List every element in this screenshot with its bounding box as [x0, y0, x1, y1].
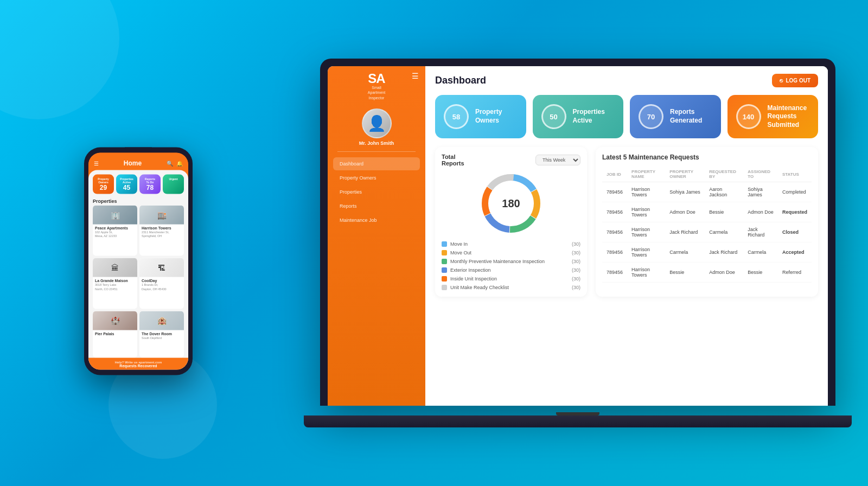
sidebar-hamburger-icon[interactable]: ☰ [412, 72, 419, 80]
legend-label-exterior: Exterior Inspection [450, 267, 569, 273]
phone-prop-peace-name: Peace Apartments [95, 226, 135, 230]
laptop-base [304, 415, 852, 427]
stat-card-maintenance[interactable]: 140 MaintenanceRequestsSubmitted [727, 95, 819, 138]
phone-prop-pier-name: Pier Palais [95, 331, 135, 335]
legend-count-moveout: (30) [572, 250, 580, 255]
phone-prop-lagrande-img: 🏛 [93, 258, 137, 277]
table-row[interactable]: 789456 Harrison Towers Bessie Admon Doe … [602, 263, 812, 283]
phone-card-2-value: 45 [123, 184, 130, 191]
sidebar-logo-sa: SA [368, 72, 385, 85]
phone-prop-peace[interactable]: 🏢 Peace Apartments 102 Apple St,Mesa, AZ… [93, 206, 137, 256]
cell-owner: Bessie [665, 263, 705, 283]
stat-card-properties-active[interactable]: 50 PropertiesActive [533, 95, 624, 138]
phone-prop-dover[interactable]: 🏨 The Dover Room South Deptford [139, 311, 184, 357]
cell-job-id: 789456 [602, 242, 627, 263]
table-header: Job ID Property Name Property Owner Requ… [602, 167, 812, 182]
legend-label-moveout: Move Out [450, 250, 569, 255]
phone-prop-coolday-info: CoolDay 1 Brands Dr,Dayton, OH 45430 [139, 277, 184, 292]
avatar-icon: 👤 [367, 114, 386, 132]
phone-notch [125, 148, 152, 152]
col-assigned: Assigned To [743, 167, 778, 182]
phone-search-icon[interactable]: 🔍 [167, 160, 173, 166]
cell-property: Harrison Towers [627, 202, 665, 222]
cell-property: Harrison Towers [627, 263, 665, 283]
cell-property: Harrison Towers [627, 182, 665, 202]
sidebar-item-dashboard[interactable]: Dashboard [333, 157, 420, 170]
donut-chart-container: 180 [442, 171, 580, 236]
sidebar: ☰ SA SmallApartmentInspector 👤 Mr. John … [328, 66, 425, 406]
phone-frame: ☰ Home 🔍 🔔 PropertyOwners 29 PropertiesA… [84, 148, 193, 375]
stat-value-owners: 58 [452, 113, 460, 121]
table-row[interactable]: 789456 Harrison Towers Admon Doe Bessie … [602, 202, 812, 222]
cell-owner: Carmela [665, 242, 705, 263]
legend-dot-makeready [442, 285, 447, 290]
legend-label-movein: Move In [450, 241, 569, 247]
phone-prop-coolday-name: CoolDay [142, 279, 182, 283]
logout-button[interactable]: ⎋ LOG OUT [772, 74, 818, 87]
stat-card-reports[interactable]: 70 ReportsGenerated [630, 95, 721, 138]
table-header-row: Job ID Property Name Property Owner Requ… [602, 167, 812, 182]
cell-requested: Aaron Jackson [705, 182, 743, 202]
sidebar-item-maintenance[interactable]: Maintenance Job [333, 214, 420, 227]
legend-count-exterior: (30) [572, 267, 580, 273]
sidebar-item-reports[interactable]: Reports [333, 200, 420, 213]
phone-prop-dover-info: The Dover Room South Deptford [139, 330, 184, 341]
laptop-screen: ☰ SA SmallApartmentInspector 👤 Mr. John … [328, 66, 828, 406]
stat-value-active: 50 [550, 113, 557, 121]
phone-card-1-label: PropertyOwners [98, 177, 109, 184]
phone-prop-lagrande[interactable]: 🏛 La Grande Maison 3018 Terry LakeNorth,… [93, 258, 137, 309]
legend-item-exterior: Exterior Inspection (30) [442, 267, 580, 273]
legend-label-monthly: Monthly Preventive Maintenance Inspectio… [450, 259, 569, 264]
cell-status: Completed [778, 182, 812, 202]
phone-card-3-value: 78 [146, 184, 154, 191]
phone-properties-title: Properties [88, 196, 188, 206]
cell-owner: Jack Richard [665, 222, 705, 242]
phone-prop-dover-img: 🏨 [139, 311, 184, 330]
maintenance-table-title: Latest 5 Maintenance Requests [602, 154, 812, 161]
cell-requested: Bessie [705, 202, 743, 222]
table-row[interactable]: 789456 Harrison Towers Sohiya James Aaro… [602, 182, 812, 202]
phone-prop-coolday[interactable]: 🏗 CoolDay 1 Brands Dr,Dayton, OH 45430 [139, 258, 184, 309]
phone-prop-dover-name: The Dover Room [142, 331, 182, 335]
cell-assigned: Bessie [743, 263, 778, 283]
legend-dot-inside [442, 276, 447, 282]
donut-center-value: 180 [502, 197, 520, 210]
phone-menu-icon[interactable]: ☰ [94, 160, 99, 166]
cell-job-id: 789456 [602, 202, 627, 222]
cell-status: Referred [778, 263, 812, 283]
cell-status: Accepted [778, 242, 812, 263]
chart-filter-select[interactable]: This Week This Month This Year [535, 155, 580, 165]
sidebar-divider [337, 151, 416, 152]
phone-prop-harrison-img: 🏬 [139, 206, 184, 225]
phone-prop-peace-img: 🏢 [93, 206, 137, 225]
stat-circle-maintenance: 140 [736, 104, 761, 129]
cell-assigned: Sohiya James [743, 182, 778, 202]
sidebar-item-properties[interactable]: Properties [333, 186, 420, 199]
logout-label: LOG OUT [786, 78, 810, 84]
phone-prop-pier[interactable]: 🏰 Pier Palais [93, 311, 137, 357]
cell-property: Harrison Towers [627, 242, 665, 263]
legend-count-movein: (30) [572, 241, 580, 247]
cell-owner: Sohiya James [665, 182, 705, 202]
phone-card-2-label: PropertiesActive [120, 177, 133, 184]
stat-value-reports: 70 [647, 113, 655, 121]
phone-bell-icon[interactable]: 🔔 [176, 160, 183, 166]
maintenance-table-section: Latest 5 Maintenance Requests Job ID Pro… [596, 147, 818, 297]
cell-assigned: Jack Richard [743, 222, 778, 242]
table-row[interactable]: 789456 Harrison Towers Carmela Jack Rich… [602, 242, 812, 263]
phone-bottom-status: Requests Recovered [119, 364, 157, 368]
phone-prop-harrison[interactable]: 🏬 Harrison Towers 2311 Manchester St,Spr… [139, 206, 184, 256]
cell-assigned: Carmela [743, 242, 778, 263]
legend-count-makeready: (30) [572, 285, 580, 290]
table-row[interactable]: 789456 Harrison Towers Jack Richard Carm… [602, 222, 812, 242]
col-property: Property Name [627, 167, 665, 182]
laptop-frame: ☰ SA SmallApartmentInspector 👤 Mr. John … [320, 59, 835, 406]
cell-job-id: 789456 [602, 263, 627, 283]
phone-prop-harrison-addr: 2311 Manchester St,Springfield, OH [142, 231, 182, 238]
sidebar-item-property-owners[interactable]: Property Owners [333, 171, 420, 184]
sidebar-username: Mr. John Smith [359, 140, 394, 146]
phone-card-3: ReportsTo Do 78 [139, 175, 161, 194]
stat-card-property-owners[interactable]: 58 PropertyOwners [435, 95, 526, 138]
laptop-mockup: ☰ SA SmallApartmentInspector 👤 Mr. John … [320, 59, 835, 427]
legend-item-monthly: Monthly Preventive Maintenance Inspectio… [442, 259, 580, 264]
